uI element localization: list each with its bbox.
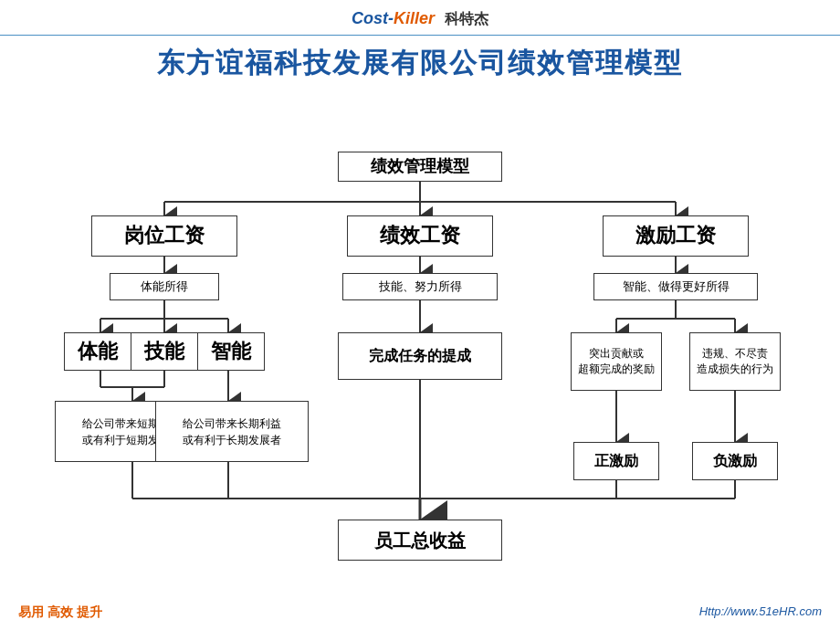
box-zhineng: 智能 — [197, 332, 265, 371]
box-jili-gongzi: 激励工资 — [603, 215, 749, 257]
box-jineng: 技能 — [131, 332, 198, 371]
box-tineng-suode: 体能所得 — [110, 273, 219, 300]
box-jineng-suode: 技能、努力所得 — [342, 273, 498, 300]
box-jixiao-gongzi: 绩效工资 — [347, 215, 493, 257]
box-changqi-liyi: 给公司带来长期利益 或有利于长期发展者 — [155, 401, 309, 462]
box-zhuchugongxian: 突出贡献或 超额完成的奖励 — [571, 332, 662, 391]
box-yuangong-shouy: 员工总收益 — [338, 520, 502, 561]
root-box: 绩效管理模型 — [338, 152, 502, 182]
page-title: 东方谊福科技发展有限公司绩效管理模型 — [0, 45, 840, 82]
diagram: 绩效管理模型 岗位工资 绩效工资 激励工资 体能所得 技能、努力所得 智能、做得… — [27, 97, 813, 581]
footer-right: Http://www.51eHR.com — [699, 604, 822, 621]
brand-killer: Killer — [394, 9, 435, 27]
box-gangwei-gongzi: 岗位工资 — [91, 215, 237, 257]
box-zhineng-suode: 智能、做得更好所得 — [593, 273, 758, 300]
brand-cost: Cost- — [352, 9, 394, 27]
box-tineng: 体能 — [64, 332, 131, 371]
footer-left: 易用 高效 提升 — [18, 604, 102, 621]
footer: 易用 高效 提升 Http://www.51eHR.com — [0, 604, 840, 621]
box-wancheng-renwu: 完成任务的提成 — [338, 332, 502, 380]
brand-cn: 科特杰 — [445, 11, 488, 26]
box-weigui: 违规、不尽责 造成损失的行为 — [689, 332, 781, 391]
box-zheng-jili: 正激励 — [573, 442, 659, 480]
box-fu-jili: 负激励 — [692, 442, 778, 480]
header: Cost-Killer 科特杰 — [0, 0, 840, 36]
